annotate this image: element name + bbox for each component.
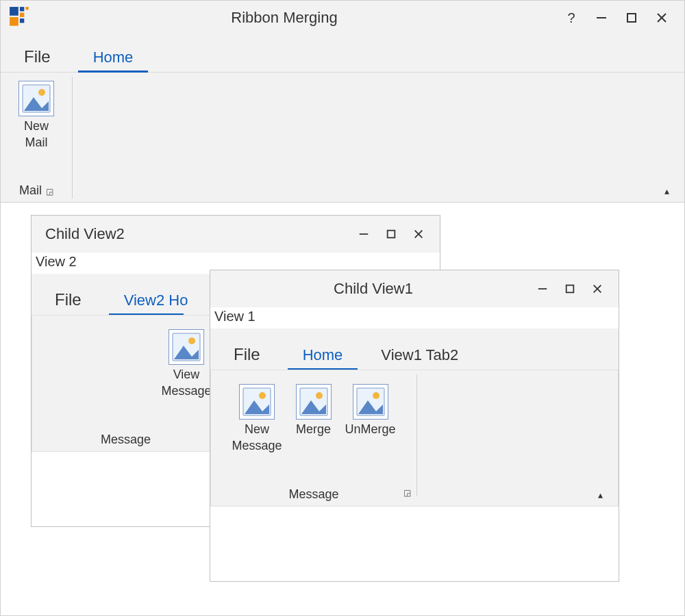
app-icon [9,6,32,29]
svg-rect-1 [20,7,24,11]
picture-icon [353,384,388,420]
svg-rect-3 [10,17,18,26]
child1-title: Child View1 [210,280,536,298]
picture-icon [296,384,332,420]
child2-titlebar: Child View2 [32,216,440,253]
svg-rect-27 [566,285,574,293]
collapse-ribbon-icon[interactable]: ▴ [664,185,669,196]
svg-rect-0 [10,7,18,16]
tab-file[interactable]: File [17,40,74,72]
view-message-button[interactable]: View Message [155,326,216,400]
main-titlebar: Ribbon Merging ? [1,1,684,35]
group-divider [416,374,417,496]
svg-rect-5 [20,18,24,23]
tab-view2-home[interactable]: View2 Ho [105,285,188,315]
child1-view-label: View 1 [210,307,619,329]
child1-tabs: File Home View1 Tab2 [210,329,619,370]
svg-rect-4 [20,13,24,17]
svg-point-18 [188,337,195,344]
collapse-ribbon-icon[interactable]: ▴ [598,489,603,500]
child1-group-message: New Message Merge UnMerge [211,370,416,506]
child2-controls [358,228,440,240]
tab-file[interactable]: File [227,338,284,370]
btn-label: View [173,368,200,381]
svg-rect-2 [25,7,28,10]
svg-rect-7 [627,14,636,22]
maximize-icon[interactable] [624,10,639,25]
close-icon[interactable] [591,283,603,295]
btn-label: Merge [296,422,331,436]
group-divider [72,77,73,198]
unmerge-button[interactable]: UnMerge [340,381,401,455]
new-message-button[interactable]: New Message [226,381,287,455]
window-controls: ? [564,10,684,25]
close-icon[interactable] [412,228,425,240]
main-window: Ribbon Merging ? File Home New [0,0,685,616]
help-icon[interactable]: ? [564,10,579,25]
picture-icon [18,81,54,116]
group-caption: Mail [19,183,42,198]
maximize-icon[interactable] [564,283,576,295]
new-mail-button[interactable]: New Mail [13,78,60,149]
tab-view1-tab2[interactable]: View1 Tab2 [362,339,477,370]
new-mail-label-1: New [24,119,49,133]
minimize-icon[interactable] [358,228,370,240]
main-tabs: File Home [1,35,684,73]
tab-home[interactable]: Home [74,42,153,72]
picture-icon [169,329,204,365]
maximize-icon[interactable] [385,228,397,240]
child1-controls [536,283,619,295]
svg-point-11 [38,89,45,96]
child-window-view1[interactable]: Child View1 View 1 File Home View1 Tab2 [210,270,619,582]
child1-ribbon: New Message Merge UnMerge [210,370,619,506]
svg-point-37 [373,392,379,399]
btn-label: Message [232,439,282,452]
svg-point-34 [316,392,323,399]
btn-label: Message [161,384,211,398]
group-caption-row: Mail ◲ [1,183,72,198]
btn-label: UnMerge [345,422,396,436]
group-caption: Message [288,487,338,502]
picture-icon [239,384,275,420]
child2-title: Child View2 [32,225,358,243]
child1-titlebar: Child View1 [210,270,619,307]
window-title: Ribbon Merging [5,9,564,27]
svg-point-31 [259,392,266,399]
group-caption: Message [101,433,151,447]
btn-label: New [245,422,269,436]
main-ribbon: New Mail Mail ◲ ▴ [1,73,684,203]
ribbon-group-mail: New Mail Mail ◲ [1,73,72,202]
minimize-icon[interactable] [536,283,549,295]
tab-file[interactable]: File [48,283,105,315]
child1-caption-row: Message ◲ [211,487,416,502]
merge-button[interactable]: Merge [290,381,337,455]
new-mail-label-2: Mail [25,136,47,149]
close-icon[interactable] [654,10,669,25]
minimize-icon[interactable] [594,10,609,25]
svg-rect-14 [388,231,395,238]
mdi-client: Child View2 View 2 File View2 Ho [1,203,684,616]
dialog-launcher-icon[interactable]: ◲ [403,488,411,498]
tab-home[interactable]: Home [284,339,362,370]
dialog-launcher-icon[interactable]: ◲ [46,187,53,196]
